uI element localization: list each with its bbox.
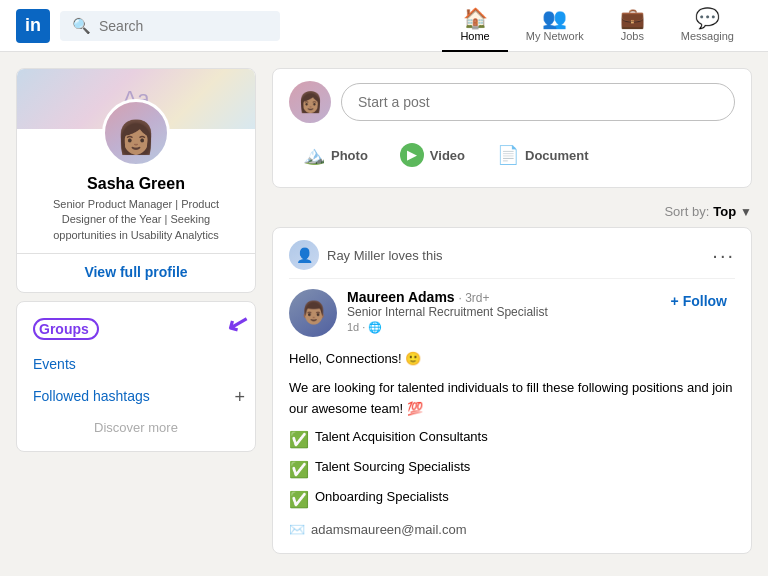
author-name: Maureen Adams · 3rd+ [347,289,653,305]
document-button[interactable]: 📄 Document [483,135,603,175]
email-address: adamsmaureen@mail.com [311,520,467,541]
nav-home[interactable]: 🏠 Home [442,0,507,52]
bullet-item-1: ✅ Talent Acquisition Consultants [289,427,735,453]
nav-jobs[interactable]: 💼 Jobs [602,0,663,52]
post-start-row: 👩🏽 [289,81,735,123]
nav-jobs-label: Jobs [621,30,644,42]
follow-button[interactable]: + Follow [663,289,735,313]
sidebar-item-groups[interactable]: Groups ↙ [17,310,255,348]
discover-more-link[interactable]: Discover more [17,412,255,443]
nav-messaging-label: Messaging [681,30,734,42]
search-bar[interactable]: 🔍 [60,11,280,41]
left-sidebar: Aa 👩🏽 Sasha Green Senior Product Manager… [16,68,256,554]
profile-card: Aa 👩🏽 Sasha Green Senior Product Manager… [16,68,256,293]
author-meta: 1d · 🌐 [347,321,653,334]
loves-person-icon: 👤 [296,247,313,263]
groups-circle: Groups [33,318,99,340]
sort-value[interactable]: Top [713,204,736,219]
checkbox-icon-1: ✅ [289,427,309,453]
loves-row: 👤 Ray Miller loves this ··· [289,240,735,279]
main-feed: 👩🏽 🏔️ Photo ▶ Video 📄 Document [272,68,752,554]
main-nav: 🏠 Home 👥 My Network 💼 Jobs 💬 Messaging [442,0,752,52]
author-degree: · 3rd+ [459,291,490,305]
post-avatar-icon: 👩🏽 [298,90,323,114]
nav-network-label: My Network [526,30,584,42]
post-actions-row: 🏔️ Photo ▶ Video 📄 Document [289,135,735,175]
video-icon: ▶ [400,143,424,167]
search-icon: 🔍 [72,17,91,35]
loves-text: Ray Miller loves this [327,248,704,263]
arrow-icon: ↙ [224,308,252,339]
feed-card: 👤 Ray Miller loves this ··· 👨🏽 Maureen A… [272,227,752,554]
main-layout: Aa 👩🏽 Sasha Green Senior Product Manager… [0,52,768,570]
bullet-text-3: Onboarding Specialists [315,487,449,508]
author-name-text: Maureen Adams [347,289,455,305]
author-avatar: 👨🏽 [289,289,337,337]
network-icon: 👥 [542,8,567,28]
checkbox-icon-3: ✅ [289,487,309,513]
sidebar-item-events[interactable]: Events [17,348,255,380]
post-avatar: 👩🏽 [289,81,331,123]
author-person-icon: 👨🏽 [300,300,327,326]
profile-info: Sasha Green Senior Product Manager | Pro… [17,167,255,292]
sort-by-label: Sort by: [664,204,709,219]
loves-avatar: 👤 [289,240,319,270]
messaging-icon: 💬 [695,8,720,28]
document-label: Document [525,148,589,163]
nav-home-label: Home [460,30,489,42]
author-info: Maureen Adams · 3rd+ Senior Internal Rec… [347,289,653,334]
post-content: Hello, Connections! 🙂 We are looking for… [289,349,735,541]
search-input[interactable] [99,18,268,34]
jobs-icon: 💼 [620,8,645,28]
sidebar-links: Groups ↙ Events Followed hashtags + Disc… [16,301,256,452]
author-subtitle: Senior Internal Recruitment Specialist [347,305,653,319]
home-icon: 🏠 [463,8,488,28]
bullet-text-2: Talent Sourcing Specialists [315,457,470,478]
nav-network[interactable]: 👥 My Network [508,0,602,52]
post-author-row: 👨🏽 Maureen Adams · 3rd+ Senior Internal … [289,289,735,337]
view-profile-link[interactable]: View full profile [33,264,239,280]
bullet-item-3: ✅ Onboarding Specialists [289,487,735,513]
document-icon: 📄 [497,144,519,166]
sidebar-item-hashtags[interactable]: Followed hashtags + [17,380,255,412]
post-intro: We are looking for talented individuals … [289,378,735,420]
linkedin-logo[interactable]: in [16,9,50,43]
bullet-text-1: Talent Acquisition Consultants [315,427,488,448]
add-button[interactable]: + [234,387,245,408]
profile-title: Senior Product Manager | Product Designe… [33,197,239,243]
video-label: Video [430,148,465,163]
avatar-wrap: 👩🏽 [17,99,255,167]
photo-button[interactable]: 🏔️ Photo [289,135,382,175]
main-header: in 🔍 🏠 Home 👥 My Network 💼 Jobs 💬 Messag… [0,0,768,52]
nav-messaging[interactable]: 💬 Messaging [663,0,752,52]
post-input[interactable] [341,83,735,121]
hashtags-label: Followed hashtags [33,388,150,404]
avatar-person-icon: 👩🏽 [116,118,156,156]
video-button[interactable]: ▶ Video [386,135,479,175]
bullet-item-2: ✅ Talent Sourcing Specialists [289,457,735,483]
post-box: 👩🏽 🏔️ Photo ▶ Video 📄 Document [272,68,752,188]
profile-avatar: 👩🏽 [102,99,170,167]
email-icon: ✉️ [289,520,305,541]
profile-divider [17,253,255,254]
photo-label: Photo [331,148,368,163]
photo-icon: 🏔️ [303,144,325,166]
email-row: ✉️ adamsmaureen@mail.com [289,520,735,541]
sort-row: Sort by: Top ▼ [272,196,752,227]
more-options-button[interactable]: ··· [712,244,735,267]
chevron-down-icon[interactable]: ▼ [740,205,752,219]
post-greeting: Hello, Connections! 🙂 [289,349,735,370]
checkbox-icon-2: ✅ [289,457,309,483]
profile-name: Sasha Green [33,175,239,193]
